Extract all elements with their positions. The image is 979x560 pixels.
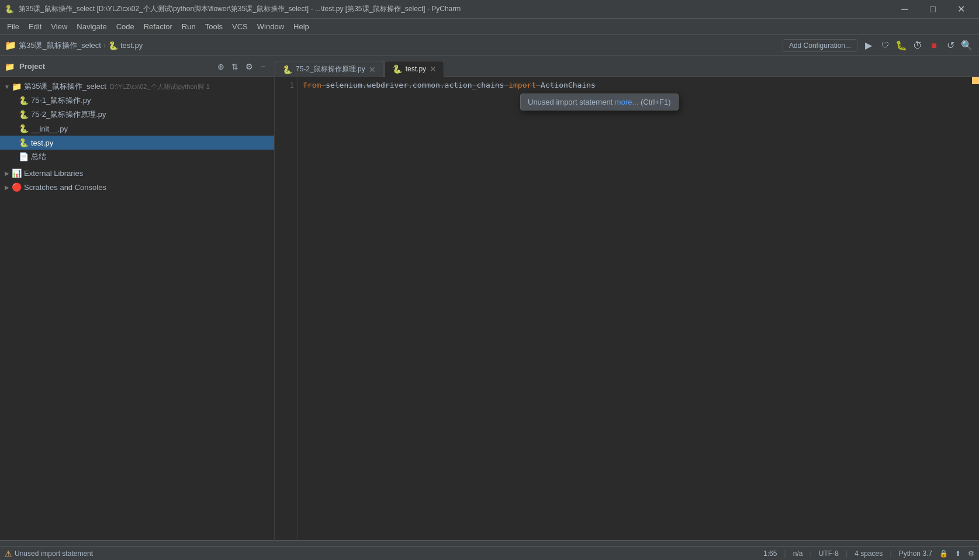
stop-button[interactable]: ■ <box>926 38 942 53</box>
breadcrumb-project[interactable]: 第35课_鼠标操作_select <box>19 40 101 51</box>
py-file-icon: 🐍 <box>19 110 29 119</box>
title-bar: 🐍 第35课_鼠标操作_select [D:\YLZ\cx\02_个人测试\py… <box>0 0 979 19</box>
project-root-label: 第35课_鼠标操作_select <box>24 81 106 92</box>
file-icon: 🐍 <box>108 41 118 50</box>
profile-button[interactable]: ⏱ <box>910 38 925 53</box>
tab-close-test[interactable]: ✕ <box>430 65 437 73</box>
line-numbers: 1 <box>275 77 298 540</box>
main-content: 📁 Project ⊕ ⇅ ⚙ − ▼ 📁 第35课_鼠标操作_select D… <box>0 56 979 546</box>
warning-icon: ⚠ <box>5 549 12 558</box>
expand-arrow: ▶ <box>2 182 12 192</box>
menu-refactor[interactable]: Refactor <box>139 20 177 33</box>
tab-75-2[interactable]: 🐍 75-2_鼠标操作原理.py ✕ <box>275 61 383 77</box>
menu-tools[interactable]: Tools <box>200 20 227 33</box>
settings-button[interactable]: ⚙ <box>243 60 255 73</box>
tab-label: test.py <box>406 65 426 73</box>
tooltip-popup: Unused import statement more... (Ctrl+F1… <box>520 94 679 110</box>
status-right: 1:65 | n/a | UTF-8 | 4 spaces | Python 3… <box>763 549 974 558</box>
line-number-1: 1 <box>275 79 294 91</box>
status-encoding[interactable]: UTF-8 <box>819 549 839 558</box>
locate-button[interactable]: ⊕ <box>215 60 227 73</box>
maximize-button[interactable]: □ <box>919 0 946 19</box>
sidebar-actions: ⊕ ⇅ ⚙ − <box>215 60 269 73</box>
menu-view[interactable]: View <box>46 20 72 33</box>
sidebar-content: ▼ 📁 第35课_鼠标操作_select D:\YLZ\cx\02_个人测试\p… <box>0 77 274 540</box>
folder-icon: 📁 <box>12 82 22 91</box>
status-lock: 🔒 <box>939 549 948 558</box>
code-line-1: from selenium.webdriver.common.action_ch… <box>303 79 967 92</box>
menu-help[interactable]: Help <box>289 20 314 33</box>
close-button[interactable]: ✕ <box>947 0 974 19</box>
menu-bar: File Edit View Navigate Code Refactor Ru… <box>0 19 979 35</box>
tooltip-text: Unused import statement <box>528 98 613 106</box>
tree-item-test[interactable]: 🐍 test.py <box>0 136 274 150</box>
breadcrumb: 📁 第35课_鼠标操作_select › 🐍 test.py <box>5 40 783 51</box>
tree-root[interactable]: ▼ 📁 第35课_鼠标操作_select D:\YLZ\cx\02_个人测试\p… <box>0 79 274 94</box>
tab-bar: 🐍 75-2_鼠标操作原理.py ✕ 🐍 test.py ✕ <box>275 56 979 77</box>
py-file-icon: 🐍 <box>19 124 29 133</box>
tree-item-75-1[interactable]: 🐍 75-1_鼠标操作.py <box>0 94 274 108</box>
collapse-button[interactable]: ⇅ <box>229 60 241 73</box>
tab-label: 75-2_鼠标操作原理.py <box>296 64 365 74</box>
menu-window[interactable]: Window <box>252 20 289 33</box>
tree-scratches[interactable]: ▶ 🔴 Scratches and Consoles <box>0 180 274 194</box>
file-icon: 📄 <box>19 152 29 161</box>
reload-button[interactable]: ↺ <box>943 38 958 53</box>
tree-item-75-2[interactable]: 🐍 75-2_鼠标操作原理.py <box>0 108 274 122</box>
folder-icon: 📁 <box>5 62 15 71</box>
hide-button[interactable]: − <box>257 60 269 73</box>
status-python[interactable]: Python 3.7 <box>899 549 932 558</box>
sidebar: 📁 Project ⊕ ⇅ ⚙ − ▼ 📁 第35课_鼠标操作_select D… <box>0 56 275 546</box>
extlib-label: External Libraries <box>24 169 83 178</box>
breadcrumb-sep: › <box>103 42 106 50</box>
minimize-button[interactable]: ─ <box>891 0 918 19</box>
editor-area: 🐍 75-2_鼠标操作原理.py ✕ 🐍 test.py ✕ 1 from se… <box>275 56 979 546</box>
tab-file-icon: 🐍 <box>392 64 402 74</box>
status-bar: ⚠ Unused import statement 1:65 | n/a | U… <box>0 546 979 560</box>
line-number: 1 <box>206 83 210 90</box>
coverage-button[interactable]: 🛡 <box>877 38 892 53</box>
status-position[interactable]: 1:65 <box>763 549 777 558</box>
project-path: D:\YLZ\cx\02_个人测试\python脚 <box>110 82 204 91</box>
tree-external-libraries[interactable]: ▶ 📊 External Libraries <box>0 166 274 180</box>
menu-navigate[interactable]: Navigate <box>72 20 111 33</box>
add-configuration-button[interactable]: Add Configuration... <box>783 39 857 52</box>
py-file-icon: 🐍 <box>19 96 29 105</box>
file-label: __init__.py <box>31 125 68 133</box>
folder-icon: 📁 <box>5 40 16 51</box>
tree-item-summary[interactable]: 📄 总结 <box>0 150 274 164</box>
status-warning: ⚠ Unused import statement <box>5 549 93 558</box>
menu-file[interactable]: File <box>2 20 24 33</box>
file-label: 75-2_鼠标操作原理.py <box>31 109 106 120</box>
menu-code[interactable]: Code <box>112 20 139 33</box>
menu-edit[interactable]: Edit <box>24 20 46 33</box>
debug-button[interactable]: 🐛 <box>894 38 909 53</box>
app-icon: 🐍 <box>5 5 14 14</box>
tooltip-link[interactable]: more... <box>615 98 638 106</box>
sidebar-header: 📁 Project ⊕ ⇅ ⚙ − <box>0 56 274 77</box>
window-title: 第35课_鼠标操作_select [D:\YLZ\cx\02_个人测试\pyth… <box>19 4 891 14</box>
editor-scrollbar[interactable] <box>275 540 979 546</box>
status-selection: n/a <box>793 549 803 558</box>
scratches-icon: 🔴 <box>12 182 22 192</box>
expand-arrow: ▶ <box>2 168 12 178</box>
warning-indicator <box>972 77 979 84</box>
menu-run[interactable]: Run <box>177 20 200 33</box>
tab-test[interactable]: 🐍 test.py ✕ <box>385 61 444 77</box>
menu-vcs[interactable]: VCS <box>227 20 252 33</box>
code-area[interactable]: from selenium.webdriver.common.action_ch… <box>298 77 972 540</box>
sidebar-scrollbar[interactable] <box>0 540 274 546</box>
file-label: 75-1_鼠标操作.py <box>31 95 91 106</box>
window-controls: ─ □ ✕ <box>891 0 974 19</box>
right-gutter <box>972 77 979 540</box>
tab-close-75-2[interactable]: ✕ <box>369 65 376 74</box>
breadcrumb-file[interactable]: test.py <box>120 41 143 50</box>
status-vcs: ⚙ <box>968 549 974 558</box>
extlib-icon: 📊 <box>12 168 22 178</box>
search-everywhere-button[interactable]: 🔍 <box>959 38 974 53</box>
status-warning-text: Unused import statement <box>15 549 93 558</box>
run-button[interactable]: ▶ <box>861 38 876 53</box>
file-label: 总结 <box>31 151 46 162</box>
status-indent[interactable]: 4 spaces <box>855 549 883 558</box>
tree-item-init[interactable]: 🐍 __init__.py <box>0 122 274 136</box>
